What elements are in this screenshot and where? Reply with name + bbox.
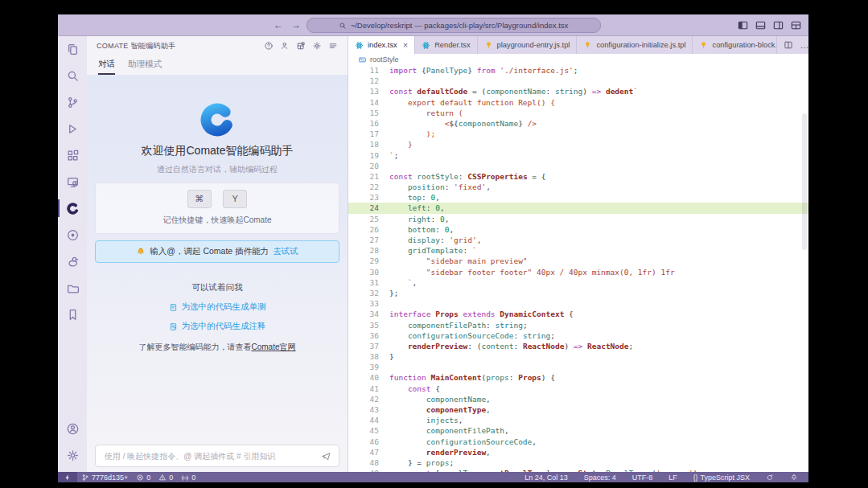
editor-tab-Render.tsx[interactable]: Render.tsx [415, 36, 477, 54]
activity-explorer[interactable] [63, 39, 82, 59]
titlebar: ←→ ~/Develop/reskript — packages/cli-pla… [58, 14, 808, 36]
plugin-banner[interactable]: 输入@，调起 Comate 插件能力 去试试 [95, 240, 339, 263]
gear-icon[interactable] [312, 41, 322, 51]
layout-sidebar-left-icon[interactable] [737, 19, 749, 31]
nav-forward-button[interactable]: → [291, 19, 301, 31]
editor-scrollbar[interactable] [802, 113, 807, 250]
breadcrumb[interactable]: rootStyle [348, 54, 808, 65]
line-number: 24 [348, 203, 379, 213]
status-bar: 7776d135+000 Ln 24, Col 13Spaces: 4UTF-8… [58, 472, 808, 482]
tab-label: playground-entry.js.tpl [497, 41, 570, 49]
activity-gitlens[interactable] [63, 225, 82, 244]
activity-bookmarks[interactable] [63, 305, 82, 324]
help-icon[interactable] [264, 41, 274, 51]
status-label: 7776d135+ [92, 474, 128, 482]
activity-accounts[interactable] [63, 419, 82, 438]
status-sync-status[interactable] [762, 472, 778, 482]
line-number: 23 [348, 192, 379, 203]
code-line-28: 28 gridTemplate: ` [348, 245, 808, 256]
accounts-small-icon[interactable] [280, 41, 290, 51]
banner-try-link[interactable]: 去试试 [273, 246, 298, 257]
doc-comment-icon [169, 322, 178, 331]
activity-remote-explorer[interactable] [63, 172, 82, 191]
activity-manage[interactable] [63, 445, 82, 465]
editor-tab-configuration-block.j[interactable]: configuration-block.j [693, 36, 777, 54]
code-line-27: 27 display: 'grid', [348, 235, 808, 245]
panel-tab-1[interactable]: 助理模式 [128, 59, 162, 75]
layout-panel-icon[interactable] [755, 19, 767, 31]
braces-icon: {} [693, 474, 698, 482]
window-grid-icon[interactable] [296, 41, 306, 51]
activity-comate[interactable] [63, 199, 82, 218]
suggestion-label: 为选中的代码生成注释 [182, 321, 266, 332]
chat-input-box[interactable] [95, 445, 339, 467]
code-line-46: 46 configurationSourceCode, [348, 437, 808, 447]
menu-icon[interactable] [328, 41, 338, 51]
suggestion-1[interactable]: 为选中的代码生成注释 [95, 321, 339, 332]
layout-sidebar-right-icon[interactable] [772, 19, 784, 31]
comate-website-link[interactable]: Comate官网 [251, 342, 295, 351]
code-line-17: 17 ); [348, 129, 808, 139]
layout-custom-icon[interactable] [790, 19, 802, 31]
code-line-31: 31 `, [348, 277, 808, 288]
welcome-subtitle: 通过自然语言对话，辅助编码过程 [95, 164, 339, 175]
line-number: 16 [348, 118, 379, 129]
activity-extensions[interactable] [63, 146, 82, 165]
nav-back-button[interactable]: ← [274, 19, 283, 31]
activity-duck-plugin[interactable] [63, 252, 82, 271]
history-nav: ←→ [274, 14, 301, 35]
code-line-20: 20 [348, 161, 808, 171]
activity-run-and-debug[interactable] [63, 119, 82, 138]
more-actions-icon[interactable]: … [800, 40, 808, 50]
code-line-41: 41 const { [348, 383, 808, 394]
activity-search[interactable] [63, 66, 82, 85]
branch-icon [81, 474, 89, 482]
status-language-mode[interactable]: {}TypeScript JSX [689, 472, 754, 482]
tpl-icon [699, 41, 708, 50]
code-line-42: 42 componentName, [348, 394, 808, 404]
suggestion-0[interactable]: 为选中的代码生成单测 [95, 301, 339, 313]
line-number: 12 [348, 76, 379, 86]
send-icon[interactable] [321, 451, 331, 461]
status-errors[interactable]: 0 [132, 472, 154, 482]
window-title-path: ~/Develop/reskript — packages/cli-play/s… [351, 21, 569, 30]
code-line-12: 12 [348, 76, 808, 86]
editor-tab-playground-entry.js.tpl[interactable]: playground-entry.js.tpl [478, 36, 578, 54]
code-line-49: 49 const [panelType, setPanelType] = use… [348, 468, 808, 472]
chat-input[interactable] [103, 451, 316, 461]
status-encoding[interactable]: UTF-8 [628, 472, 657, 482]
command-center-search[interactable]: ~/Develop/reskript — packages/cli-play/s… [306, 18, 601, 33]
activity-folder-view[interactable] [63, 278, 82, 297]
tab-close-icon[interactable]: × [403, 40, 408, 50]
status-notifications[interactable] [786, 472, 802, 482]
line-number: 42 [348, 394, 379, 404]
status-git-branch[interactable]: 7776d135+ [77, 472, 132, 482]
line-number: 45 [348, 425, 379, 436]
line-number: 41 [348, 383, 379, 394]
code-line-11: 11import {PanelType} from './interface.j… [348, 65, 808, 76]
chat-input-bar [87, 445, 348, 472]
status-indentation[interactable]: Spaces: 4 [580, 472, 620, 482]
status-ports[interactable]: 0 [177, 472, 200, 482]
sync-icon [766, 474, 774, 482]
warning-icon [158, 474, 167, 482]
editor-tab-configuration-initialize.js.tpl[interactable]: configuration-initialize.js.tpl [577, 36, 693, 54]
line-number: 11 [348, 65, 379, 76]
editor-tab-index.tsx[interactable]: index.tsx× [348, 36, 415, 54]
split-editor-icon[interactable] [784, 40, 793, 50]
react-icon [355, 41, 364, 50]
code-line-24: 24 left: 0, [348, 203, 808, 213]
status-cursor-position[interactable]: Ln 24, Col 13 [520, 472, 572, 482]
activity-source-control[interactable] [63, 92, 82, 112]
panel-tab-0[interactable]: 对话 [98, 59, 115, 75]
code-editor[interactable]: 11import {PanelType} from './interface.j… [348, 65, 808, 472]
status-remote-indicator[interactable] [58, 472, 77, 482]
code-line-35: 35 componentFilePath: string; [348, 320, 808, 330]
panel-tabs: 对话助理模式 [87, 55, 348, 75]
line-number: 29 [348, 256, 379, 266]
status-warnings[interactable]: 0 [154, 472, 177, 482]
react-icon [422, 41, 430, 50]
code-line-40: 40function MainContent(props: Props) { [348, 372, 808, 383]
workbench: COMATE 智能编码助手 对话助理模式 欢迎使用Comate智能编码助手 [58, 36, 808, 472]
status-eol[interactable]: LF [664, 472, 681, 482]
